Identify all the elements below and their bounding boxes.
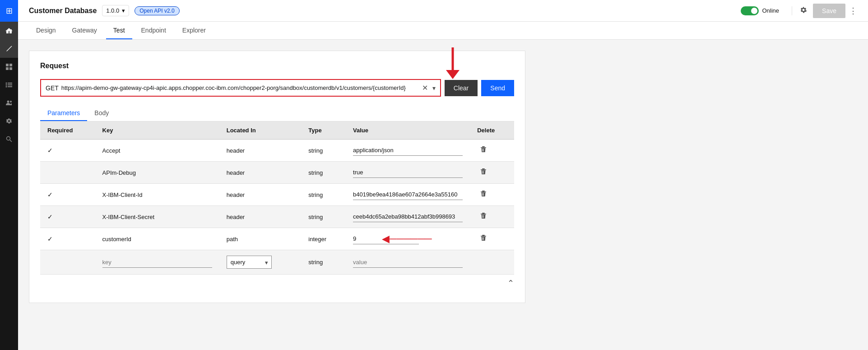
sidebar-item-people[interactable]: [0, 94, 18, 112]
version-value: 1.0.0: [106, 7, 119, 14]
required-cell: [40, 162, 95, 184]
svg-marker-2: [5, 28, 13, 33]
app-title: Customer Database: [29, 7, 97, 15]
delete-button[interactable]: [477, 233, 490, 244]
value-input[interactable]: [353, 233, 419, 244]
more-options-button[interactable]: ⋮: [845, 4, 861, 18]
col-type: Type: [301, 121, 346, 140]
check-icon: ✓: [47, 191, 53, 198]
required-cell-new: [40, 250, 95, 275]
url-input-wrapper: GET https://apim-demo-gw-gateway-cp4i-ap…: [40, 79, 441, 97]
subtab-parameters[interactable]: Parameters: [40, 106, 87, 121]
location-select[interactable]: query header path body: [227, 256, 272, 269]
value-input[interactable]: [353, 167, 463, 178]
located-in-cell: header: [219, 162, 302, 184]
sidebar-item-home[interactable]: [0, 22, 18, 40]
table-row: ✓ Accept header string: [40, 140, 514, 162]
sidebar-item-list[interactable]: [0, 76, 18, 94]
delete-button[interactable]: [477, 189, 490, 200]
col-located-in: Located In: [219, 121, 302, 140]
svg-rect-23: [482, 191, 485, 191]
url-chevron-icon[interactable]: ▾: [432, 84, 436, 92]
tab-explorer[interactable]: Explorer: [175, 22, 213, 39]
version-chevron-icon: ▾: [122, 7, 125, 14]
type-cell-new: string: [301, 250, 346, 275]
value-input[interactable]: [353, 211, 463, 222]
key-cell: Accept: [95, 140, 219, 162]
col-required: Required: [40, 121, 95, 140]
table-row: APIm-Debug header string: [40, 162, 514, 184]
open-api-badge: Open API v2.0: [135, 6, 179, 15]
delete-button[interactable]: [477, 211, 490, 222]
value-cell-new: [346, 250, 470, 275]
svg-rect-12: [8, 86, 12, 87]
scroll-up-button[interactable]: ⌃: [507, 278, 514, 288]
table-row: ✓ X-IBM-Client-Id header string: [40, 184, 514, 206]
tab-gateway[interactable]: Gateway: [65, 22, 104, 39]
value-cell: [346, 140, 470, 162]
svg-marker-18: [446, 70, 460, 79]
value-cell: [346, 184, 470, 206]
url-bar-container: GET https://apim-demo-gw-gateway-cp4i-ap…: [40, 79, 514, 97]
tab-endpoint[interactable]: Endpoint: [134, 22, 173, 39]
table-row: ✓ X-IBM-Client-Secret header string: [40, 206, 514, 228]
located-in-cell: header: [219, 206, 302, 228]
tab-test[interactable]: Test: [106, 22, 132, 39]
check-icon: ✓: [47, 147, 53, 154]
send-button[interactable]: Send: [481, 80, 514, 96]
key-cell: X-IBM-Client-Id: [95, 184, 219, 206]
required-cell: ✓: [40, 206, 95, 228]
col-value: Value: [346, 121, 470, 140]
request-title: Request: [40, 62, 514, 70]
svg-rect-3: [6, 64, 9, 66]
svg-rect-5: [6, 67, 9, 70]
value-input[interactable]: [353, 189, 463, 200]
url-clear-x-icon[interactable]: ✕: [420, 84, 430, 92]
svg-point-11: [6, 86, 7, 88]
save-button[interactable]: Save: [813, 4, 845, 18]
svg-rect-25: [482, 213, 485, 214]
svg-rect-6: [9, 67, 12, 70]
value-cell: [346, 206, 470, 228]
request-card: Request GET https://apim-demo-gw-gateway…: [29, 51, 525, 303]
version-dropdown[interactable]: 1.0.0 ▾: [102, 5, 129, 16]
svg-point-9: [6, 84, 7, 86]
settings-gear-button[interactable]: [798, 4, 809, 18]
clear-button[interactable]: Clear: [445, 80, 478, 96]
sub-tabs: Parameters Body: [40, 106, 514, 121]
delete-button[interactable]: [477, 167, 490, 178]
svg-rect-26: [481, 214, 486, 215]
svg-point-7: [6, 83, 7, 84]
content-area: Request GET https://apim-demo-gw-gateway…: [18, 40, 868, 350]
header-divider: [792, 6, 792, 15]
sidebar-item-search[interactable]: [0, 130, 18, 148]
key-input[interactable]: [102, 257, 212, 268]
subtab-body[interactable]: Body: [87, 106, 116, 121]
delete-cell: [470, 206, 514, 228]
tab-design[interactable]: Design: [29, 22, 63, 39]
online-toggle[interactable]: [741, 6, 759, 15]
sidebar-item-settings[interactable]: [0, 112, 18, 130]
col-delete: Delete: [470, 121, 514, 140]
delete-cell: [470, 140, 514, 162]
value-input-new[interactable]: [353, 257, 463, 268]
type-cell: string: [301, 162, 346, 184]
key-cell-new: [95, 250, 219, 275]
top-header: Customer Database 1.0.0 ▾ Open API v2.0 …: [18, 0, 868, 22]
main-area: Customer Database 1.0.0 ▾ Open API v2.0 …: [18, 0, 868, 350]
value-cell: ◀──────: [346, 228, 470, 250]
sidebar-item-grid[interactable]: [0, 58, 18, 76]
type-cell: string: [301, 140, 346, 162]
svg-line-16: [10, 140, 12, 142]
delete-button[interactable]: [477, 145, 490, 156]
delete-cell: [470, 228, 514, 250]
sidebar-top-logo: ⊞: [0, 0, 18, 22]
svg-rect-28: [481, 236, 486, 237]
svg-rect-19: [482, 146, 485, 147]
svg-rect-4: [9, 64, 12, 66]
sidebar-item-edit[interactable]: [0, 40, 18, 58]
table-row: ✓ customerId path integer ◀──────: [40, 228, 514, 250]
value-input[interactable]: [353, 145, 463, 156]
svg-point-15: [7, 137, 10, 140]
logo-icon: ⊞: [6, 6, 13, 16]
